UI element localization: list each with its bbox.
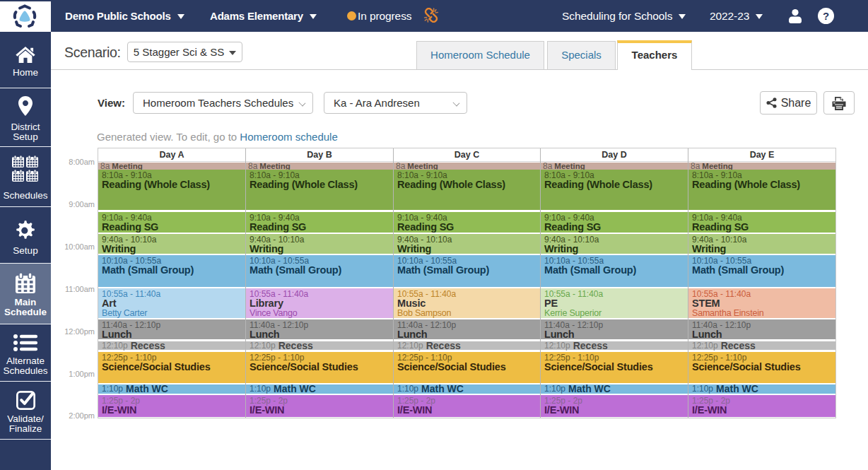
svg-text:?: ? [823,10,829,22]
